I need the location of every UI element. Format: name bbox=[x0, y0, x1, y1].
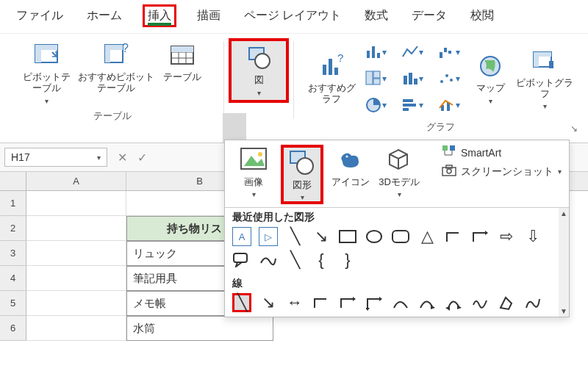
cell[interactable] bbox=[26, 241, 126, 266]
svg-point-59 bbox=[367, 231, 381, 242]
row-header[interactable]: 4 bbox=[0, 266, 26, 291]
scroll-up-icon[interactable]: ▲ bbox=[560, 208, 567, 219]
shape-line-selected-icon[interactable]: ╲ bbox=[232, 293, 251, 312]
select-all-corner[interactable] bbox=[0, 172, 26, 190]
recommended-pivot-button[interactable]: ? おすすめピボットテーブル bbox=[76, 38, 157, 97]
shape-elbow-arrow-icon[interactable] bbox=[470, 227, 490, 246]
cell[interactable] bbox=[26, 291, 126, 316]
insert-icons-button[interactable]: アイコン bbox=[329, 145, 372, 189]
table-button[interactable]: テーブル bbox=[157, 38, 208, 86]
shape-brace-right-icon[interactable]: } bbox=[338, 251, 357, 270]
pivot-chart-button[interactable]: ピボットグラフ ▾ bbox=[514, 44, 576, 114]
recommended-charts-button[interactable]: ? おすすめグラフ bbox=[305, 49, 358, 108]
row-header[interactable]: 2 bbox=[0, 216, 26, 241]
divider bbox=[223, 41, 224, 119]
tab-home[interactable]: ホーム bbox=[84, 7, 125, 25]
chart-bar-icon[interactable]: ▾ bbox=[398, 93, 427, 118]
tab-review[interactable]: 校閲 bbox=[467, 7, 497, 25]
row-header[interactable]: 5 bbox=[0, 291, 26, 316]
smartart-button[interactable]: SmartArt bbox=[442, 145, 562, 160]
screenshot-button[interactable]: スクリーンショット ▾ bbox=[442, 165, 562, 179]
shape-line2-icon[interactable]: ╲ bbox=[285, 251, 304, 270]
svg-marker-61 bbox=[485, 231, 488, 235]
enter-icon[interactable]: ✓ bbox=[137, 151, 147, 165]
cell-reference: H17 bbox=[11, 151, 30, 163]
chart-treemap-icon[interactable]: ▾ bbox=[361, 66, 390, 91]
shape-right-arrow-icon[interactable]: ⇨ bbox=[497, 227, 516, 246]
cell[interactable] bbox=[26, 266, 126, 291]
shape-elbow-arrow1-icon[interactable] bbox=[338, 293, 357, 312]
cell[interactable] bbox=[26, 316, 126, 341]
svg-point-31 bbox=[440, 80, 443, 83]
shape-line-arrow2-icon[interactable]: ↘ bbox=[259, 293, 278, 312]
shape-rounded-rect-icon[interactable] bbox=[391, 227, 410, 246]
col-header-A[interactable]: A bbox=[26, 172, 126, 190]
tab-formulas[interactable]: 数式 bbox=[362, 7, 391, 25]
row-header[interactable]: 1 bbox=[0, 191, 26, 216]
chart-histogram-icon[interactable]: ▾ bbox=[398, 66, 427, 91]
tab-pagelayout[interactable]: ページ レイアウト bbox=[241, 7, 344, 25]
shape-freeform2-icon[interactable] bbox=[497, 293, 516, 312]
chart-column-icon[interactable]: ▾ bbox=[361, 40, 390, 65]
cancel-icon[interactable]: ✕ bbox=[118, 151, 127, 165]
illustrations-button[interactable]: 図 ▾ bbox=[229, 38, 289, 103]
shape-line-double-icon[interactable]: ↔ bbox=[285, 293, 304, 312]
illustrations-label: 図 bbox=[254, 75, 264, 86]
tab-draw[interactable]: 描画 bbox=[194, 7, 223, 25]
row-header[interactable]: 6 bbox=[0, 316, 26, 341]
dialog-launcher-icon[interactable]: ↘ bbox=[570, 123, 578, 134]
name-box[interactable]: H17 ▾ bbox=[4, 148, 107, 167]
shape-line-icon[interactable]: ╲ bbox=[285, 227, 304, 246]
shape-line-arrow-icon[interactable]: ↘ bbox=[312, 227, 331, 246]
svg-marker-67 bbox=[457, 305, 462, 309]
shape-elbow-icon[interactable] bbox=[444, 227, 463, 246]
svg-rect-43 bbox=[534, 52, 551, 57]
shape-elbow1-icon[interactable] bbox=[312, 293, 331, 312]
row-header[interactable]: 3 bbox=[0, 241, 26, 266]
chart-pie-icon[interactable]: ▾ bbox=[361, 93, 390, 118]
shape-brace-left-icon[interactable]: { bbox=[312, 251, 331, 270]
insert-picture-button[interactable]: 画像 ▾ bbox=[232, 145, 275, 198]
shape-callout-icon[interactable] bbox=[232, 251, 251, 270]
chart-waterfall-icon[interactable]: ▾ bbox=[434, 40, 464, 65]
svg-rect-37 bbox=[403, 108, 409, 111]
shapes-category-lines: 線 bbox=[225, 274, 559, 290]
tab-data[interactable]: データ bbox=[409, 7, 450, 25]
shape-elbow-double-icon[interactable] bbox=[365, 293, 384, 312]
shape-curve-double-icon[interactable] bbox=[444, 293, 463, 312]
shape-curve-icon[interactable] bbox=[391, 293, 410, 312]
shape-curve-arrow-icon[interactable] bbox=[417, 293, 437, 312]
cell[interactable] bbox=[26, 216, 126, 241]
cell[interactable]: 水筒 bbox=[126, 316, 273, 341]
pivot-table-icon bbox=[32, 41, 60, 69]
recommended-charts-icon: ? bbox=[318, 52, 345, 80]
shape-oval-icon[interactable] bbox=[365, 227, 384, 246]
chevron-down-icon: ▾ bbox=[398, 190, 401, 198]
shape-triangle-icon[interactable]: △ bbox=[417, 227, 437, 246]
shape-freeform3-icon[interactable] bbox=[523, 293, 542, 312]
shape-scribble-icon[interactable] bbox=[470, 293, 490, 312]
shape-freeform-icon[interactable] bbox=[259, 251, 278, 270]
svg-rect-53 bbox=[442, 145, 448, 151]
cell[interactable] bbox=[26, 191, 126, 216]
map-chart-button[interactable]: マップ ▾ bbox=[467, 49, 514, 108]
ribbon: ピボットテーブル ▾ ? おすすめピボットテーブル テーブル テーブル bbox=[0, 34, 588, 138]
shape-textbox-icon[interactable]: A bbox=[232, 227, 251, 246]
chart-combo-icon[interactable]: ▾ bbox=[434, 93, 464, 118]
shape-rect-icon[interactable] bbox=[338, 227, 357, 246]
pivot-table-label: ピボットテーブル bbox=[18, 72, 74, 94]
table-icon bbox=[168, 41, 196, 69]
pivot-table-button[interactable]: ピボットテーブル ▾ bbox=[17, 38, 76, 108]
insert-3dmodel-button[interactable]: 3Dモデル ▾ bbox=[378, 145, 420, 198]
tab-insert[interactable]: 挿入 bbox=[143, 4, 176, 27]
tab-file[interactable]: ファイル bbox=[13, 7, 66, 25]
group-label-empty bbox=[257, 103, 260, 118]
shape-textbox-vert-icon[interactable]: ▷ bbox=[259, 227, 278, 246]
scroll-down-icon[interactable]: ▼ bbox=[560, 306, 567, 317]
chart-scatter-icon[interactable]: ▾ bbox=[434, 66, 464, 91]
illustrations-side-group: SmartArt スクリーンショット ▾ bbox=[442, 145, 562, 179]
chart-line-icon[interactable]: ▾ bbox=[398, 40, 427, 65]
shapes-scrollbar[interactable]: ▲ ▼ bbox=[559, 208, 569, 317]
insert-shapes-button[interactable]: 図形 ▾ bbox=[281, 145, 323, 204]
shape-down-arrow-icon[interactable]: ⇩ bbox=[523, 227, 542, 246]
